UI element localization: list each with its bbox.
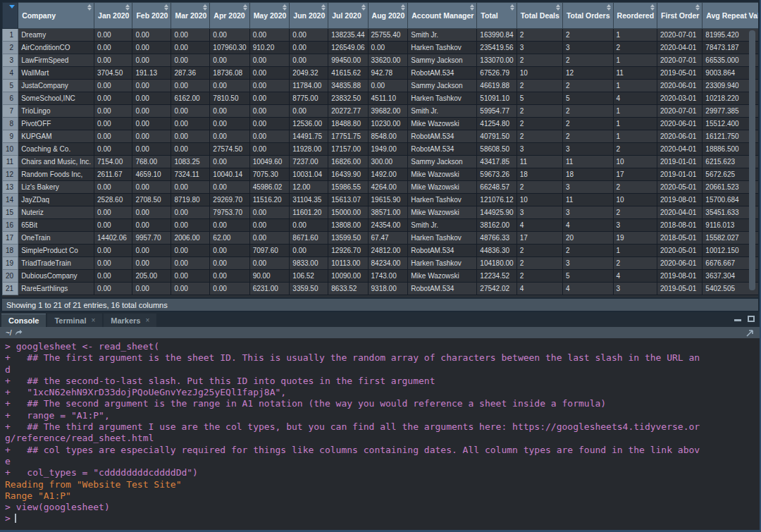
column-header-aug-2020[interactable]: Aug 2020 bbox=[368, 3, 408, 29]
sort-toggle-icon[interactable] bbox=[125, 4, 130, 11]
sort-toggle-icon[interactable] bbox=[164, 4, 168, 11]
cell: RobotAM.534 bbox=[408, 143, 477, 156]
column-header-total-deals[interactable]: Total Deals bbox=[516, 3, 562, 29]
cell: 2 bbox=[562, 118, 613, 130]
cell: 0.00 bbox=[290, 29, 328, 42]
cell: 4 bbox=[516, 283, 562, 295]
column-header-avg-repeat-value[interactable]: Avg Repeat Value bbox=[703, 3, 758, 29]
row-number: 9 bbox=[3, 130, 18, 143]
column-header-total[interactable]: Total bbox=[477, 3, 516, 29]
column-label: Jun 2020 bbox=[293, 11, 325, 20]
cell: Random Foods Inc, bbox=[18, 168, 94, 181]
tab-console[interactable]: Console bbox=[1, 314, 46, 327]
cell: KUPGAM bbox=[18, 130, 94, 143]
column-header-feb-2020[interactable]: Feb 2020 bbox=[132, 3, 171, 29]
sort-active-desc-icon[interactable] bbox=[9, 5, 15, 8]
column-label: May 2020 bbox=[254, 11, 287, 20]
cell: 18488.80 bbox=[328, 118, 368, 130]
cell: 205.00 bbox=[132, 270, 171, 283]
sort-toggle-icon[interactable] bbox=[695, 4, 700, 11]
console-output[interactable]: > googlesheet <- read_sheet(+ ## The fir… bbox=[0, 338, 760, 530]
sort-toggle-icon[interactable] bbox=[650, 4, 655, 11]
cell: 0.00 bbox=[249, 232, 290, 245]
goto-directory-arrow-icon[interactable] bbox=[15, 329, 23, 336]
table-row: 15Nuteriz0.000.000.0079753.700.0011601.2… bbox=[3, 206, 759, 219]
sort-toggle-icon[interactable] bbox=[87, 4, 92, 11]
cell: 19 bbox=[613, 232, 657, 245]
cell: 0.00 bbox=[290, 54, 328, 67]
cell: 2 bbox=[516, 118, 562, 130]
cell: 20 bbox=[562, 232, 613, 245]
cell: 29269.70 bbox=[210, 194, 249, 206]
sort-toggle-icon[interactable] bbox=[203, 4, 207, 11]
expand-console-icon[interactable] bbox=[746, 329, 754, 337]
sort-toggle-icon[interactable] bbox=[470, 4, 474, 11]
column-header-mar-2020[interactable]: Mar 2020 bbox=[171, 3, 210, 29]
column-header-apr-2020[interactable]: Apr 2020 bbox=[210, 3, 249, 29]
cell: 84234.00 bbox=[368, 257, 408, 270]
sort-toggle-icon[interactable] bbox=[510, 4, 514, 11]
cell: 107960.30 bbox=[210, 42, 249, 54]
cell: 10 bbox=[613, 156, 657, 168]
column-label: Account Manager bbox=[412, 11, 474, 20]
cell: 51091.10 bbox=[477, 92, 516, 105]
cell: 2 bbox=[516, 105, 562, 118]
vertical-scrollbar[interactable] bbox=[749, 30, 755, 290]
scrollbar-thumb[interactable] bbox=[749, 30, 755, 290]
cell: 10230.00 bbox=[368, 118, 408, 130]
cell: 66248.57 bbox=[477, 181, 516, 194]
console-input-line: + "1xcN62ehN9XrD33dojPQoUeGnvYezJg25yEQl… bbox=[5, 387, 758, 398]
column-header-jun-2020[interactable]: Jun 2020 bbox=[290, 3, 328, 29]
cell: 2018-08-01 bbox=[657, 219, 703, 232]
cell: 0.00 bbox=[94, 29, 132, 42]
row-number: 10 bbox=[3, 143, 18, 156]
cell: 44836.30 bbox=[477, 245, 516, 257]
table-status-bar: Showing 1 to 21 of 21 entries, 16 total … bbox=[2, 299, 758, 311]
sort-toggle-icon[interactable] bbox=[243, 4, 247, 11]
cell: 0.00 bbox=[132, 130, 171, 143]
cell: Sammy Jackson bbox=[408, 54, 477, 67]
table-row: 20DubiousCompany0.00205.000.000.0090.001… bbox=[3, 270, 759, 283]
cell: 0.00 bbox=[249, 206, 290, 219]
column-header-index[interactable] bbox=[3, 3, 18, 29]
text-cursor[interactable] bbox=[15, 514, 16, 523]
column-header-company[interactable]: Company bbox=[18, 3, 94, 29]
table-row: 19TriadTradeTrain0.000.000.000.000.00983… bbox=[3, 257, 759, 270]
column-header-reordered[interactable]: Reordered bbox=[613, 3, 657, 29]
cell: 15986.55 bbox=[328, 181, 368, 194]
cell: 287.36 bbox=[171, 67, 210, 80]
sort-toggle-icon[interactable] bbox=[283, 4, 287, 11]
column-header-jan-2020[interactable]: Jan 2020 bbox=[94, 3, 132, 29]
sort-toggle-icon[interactable] bbox=[401, 4, 405, 11]
minimize-pane-icon[interactable] bbox=[734, 316, 741, 321]
sort-toggle-icon[interactable] bbox=[321, 4, 326, 11]
console-input-line: + col_types = "cddddddddcddddDd") bbox=[5, 467, 758, 478]
column-header-jul-2020[interactable]: Jul 2020 bbox=[328, 3, 368, 29]
maximize-pane-icon[interactable] bbox=[748, 316, 755, 322]
sort-toggle-icon[interactable] bbox=[607, 4, 611, 11]
table-body: 1Dreamy0.000.000.000.000.000.00138235.44… bbox=[3, 29, 759, 295]
tab-terminal[interactable]: Terminal× bbox=[47, 314, 102, 327]
close-icon[interactable]: × bbox=[145, 317, 149, 324]
cell: 7810.50 bbox=[210, 92, 249, 105]
sort-toggle-icon[interactable] bbox=[556, 4, 560, 11]
column-header-account-manager[interactable]: Account Manager bbox=[408, 3, 477, 29]
cell: 17 bbox=[613, 168, 657, 181]
cell: 0.00 bbox=[290, 245, 328, 257]
cell: 0.00 bbox=[94, 181, 132, 194]
cell: 10 bbox=[516, 194, 562, 206]
column-header-first-order[interactable]: First Order bbox=[657, 3, 703, 29]
cell: 0.00 bbox=[171, 54, 210, 67]
tab-label: Terminal bbox=[54, 316, 86, 325]
tab-markers[interactable]: Markers× bbox=[104, 314, 156, 327]
table-row: 21RareEarthlings0.000.000.000.006231.003… bbox=[3, 283, 759, 295]
cell: Smith Jr. bbox=[408, 29, 477, 42]
column-header-may-2020[interactable]: May 2020 bbox=[249, 3, 290, 29]
cell: 2020-04-01 bbox=[657, 143, 703, 156]
row-number: 21 bbox=[3, 283, 18, 295]
column-header-total-orders[interactable]: Total Orders bbox=[562, 3, 613, 29]
cell: 0.00 bbox=[132, 219, 171, 232]
cell: 2 bbox=[562, 105, 613, 118]
sort-toggle-icon[interactable] bbox=[361, 4, 366, 11]
close-icon[interactable]: × bbox=[91, 317, 95, 324]
